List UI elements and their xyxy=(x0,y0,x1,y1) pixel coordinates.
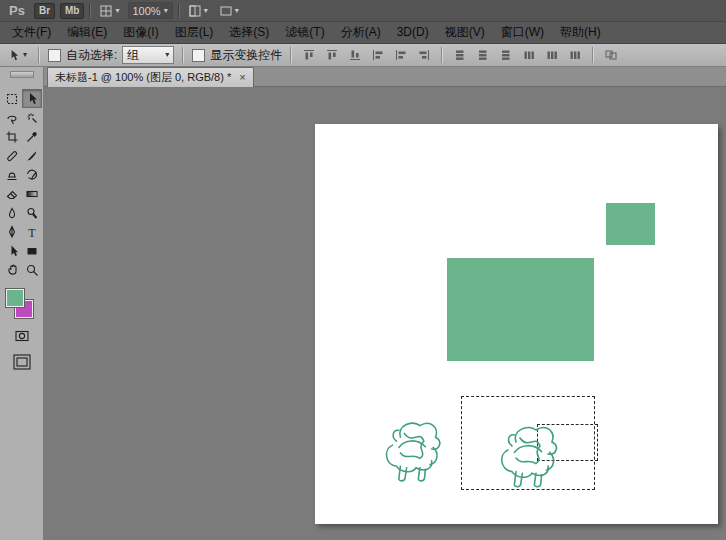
distribute-horizontal-centers-icon[interactable] xyxy=(543,47,561,64)
move-icon xyxy=(25,92,39,106)
screen-mode-button[interactable]: ▾ xyxy=(216,3,242,19)
menu-layer[interactable]: 图层(L) xyxy=(167,22,222,43)
dodge-tool[interactable] xyxy=(22,203,42,222)
tools-panel-grip[interactable] xyxy=(0,71,44,81)
menu-select[interactable]: 选择(S) xyxy=(221,22,277,43)
auto-select-checkbox[interactable] xyxy=(48,49,61,62)
document-tab[interactable]: 未标题-1 @ 100% (图层 0, RGB/8) * × xyxy=(47,67,254,87)
document-canvas[interactable] xyxy=(315,124,718,524)
rectangular-marquee-tool[interactable] xyxy=(2,89,22,108)
lasso-tool[interactable] xyxy=(2,108,22,127)
options-separator xyxy=(592,47,594,63)
foreground-color-swatch[interactable] xyxy=(6,289,24,307)
auto-select-value: 组 xyxy=(127,47,139,64)
chevron-down-icon: ▾ xyxy=(204,7,208,15)
photoshop-logo: Ps xyxy=(5,3,29,18)
menu-help[interactable]: 帮助(H) xyxy=(552,22,609,43)
arrange-documents-button[interactable]: ▾ xyxy=(185,3,211,19)
eraser-tool[interactable] xyxy=(2,184,22,203)
gradient-tool[interactable] xyxy=(22,184,42,203)
appbar-separator xyxy=(178,4,180,18)
chevron-down-icon: ▾ xyxy=(165,51,169,59)
rectangle-shape-tool[interactable] xyxy=(22,241,42,260)
green-rectangle xyxy=(447,258,594,361)
auto-select-dropdown[interactable]: 组 ▾ xyxy=(122,46,174,64)
screen-mode-icon xyxy=(219,4,233,18)
screen-mode-toggle-button[interactable] xyxy=(0,347,44,377)
align-bottom-edges-icon[interactable] xyxy=(346,47,364,64)
tools-grid: T xyxy=(0,89,43,279)
pen-tool[interactable] xyxy=(2,222,22,241)
canvas-workspace xyxy=(44,87,726,540)
distribute-top-edges-icon[interactable] xyxy=(451,47,469,64)
quick-mask-button[interactable] xyxy=(0,325,44,347)
menu-filter[interactable]: 滤镜(T) xyxy=(277,22,332,43)
align-horizontal-centers-icon[interactable] xyxy=(392,47,410,64)
menu-analysis[interactable]: 分析(A) xyxy=(333,22,389,43)
auto-align-layers-icon[interactable] xyxy=(602,47,620,64)
zoom-level-control[interactable]: 100% ▾ xyxy=(128,2,173,19)
crop-tool[interactable] xyxy=(2,127,22,146)
magic-wand-tool[interactable] xyxy=(22,108,42,127)
move-tool-icon xyxy=(7,49,20,62)
lasso-icon xyxy=(5,111,19,125)
show-transform-checkbox[interactable] xyxy=(192,49,205,62)
distribute-bottom-edges-icon[interactable] xyxy=(497,47,515,64)
zoom-tool[interactable] xyxy=(22,260,42,279)
eraser-icon xyxy=(5,187,19,201)
options-bar: ▾ 自动选择: 组 ▾ 显示变换控件 xyxy=(0,44,726,67)
quick-mask-icon xyxy=(14,329,30,343)
distribute-vertical-centers-icon[interactable] xyxy=(474,47,492,64)
application-bar: Ps Br Mb ▾ 100% ▾ ▾ ▾ xyxy=(0,0,726,22)
distribute-left-edges-icon[interactable] xyxy=(520,47,538,64)
eyedropper-icon xyxy=(25,130,39,144)
hand-icon xyxy=(5,263,19,277)
options-separator xyxy=(182,47,184,63)
menu-edit[interactable]: 编辑(E) xyxy=(59,22,115,43)
blur-tool[interactable] xyxy=(2,203,22,222)
align-top-edges-icon[interactable] xyxy=(300,47,318,64)
chevron-down-icon: ▾ xyxy=(235,7,239,15)
chevron-down-icon: ▾ xyxy=(164,7,168,15)
menu-bar: 文件(F) 编辑(E) 图像(I) 图层(L) 选择(S) 滤镜(T) 分析(A… xyxy=(0,22,726,44)
move-tool[interactable] xyxy=(22,89,42,108)
menu-file[interactable]: 文件(F) xyxy=(4,22,59,43)
screen-frame-icon xyxy=(12,353,32,371)
chevron-down-icon: ▾ xyxy=(23,51,27,59)
brush-tool[interactable] xyxy=(22,146,42,165)
arrange-documents-icon xyxy=(188,4,202,18)
crop-icon xyxy=(5,130,19,144)
marquee-icon xyxy=(5,92,19,106)
menu-image[interactable]: 图像(I) xyxy=(115,22,166,43)
hand-tool[interactable] xyxy=(2,260,22,279)
menu-3d[interactable]: 3D(D) xyxy=(389,22,437,43)
sketch-drawing xyxy=(377,406,455,492)
launch-bridge-button[interactable]: Br xyxy=(34,3,55,19)
sketch-drawing xyxy=(492,412,572,496)
view-extras-button[interactable]: ▾ xyxy=(96,3,122,19)
eyedropper-tool[interactable] xyxy=(22,127,42,146)
history-brush-tool[interactable] xyxy=(22,165,42,184)
close-icon[interactable]: × xyxy=(239,72,245,83)
brush-icon xyxy=(25,149,39,163)
selection-arrow-icon xyxy=(5,244,19,258)
path-selection-tool[interactable] xyxy=(2,241,22,260)
gradient-icon xyxy=(25,187,39,201)
chevron-down-icon: ▾ xyxy=(115,7,119,15)
color-swatches xyxy=(0,285,44,325)
align-vertical-centers-icon[interactable] xyxy=(323,47,341,64)
spot-healing-brush-tool[interactable] xyxy=(2,146,22,165)
align-right-edges-icon[interactable] xyxy=(415,47,433,64)
clone-stamp-tool[interactable] xyxy=(2,165,22,184)
green-rectangle xyxy=(606,203,655,245)
document-tab-title: 未标题-1 @ 100% (图层 0, RGB/8) * xyxy=(55,70,231,85)
align-left-edges-icon[interactable] xyxy=(369,47,387,64)
tool-preset-button[interactable]: ▾ xyxy=(4,49,30,62)
menu-window[interactable]: 窗口(W) xyxy=(493,22,552,43)
menu-view[interactable]: 视图(V) xyxy=(437,22,493,43)
history-brush-icon xyxy=(25,168,39,182)
clone-stamp-icon xyxy=(5,168,19,182)
distribute-right-edges-icon[interactable] xyxy=(566,47,584,64)
type-tool[interactable]: T xyxy=(22,222,42,241)
mini-bridge-button[interactable]: Mb xyxy=(60,3,84,19)
